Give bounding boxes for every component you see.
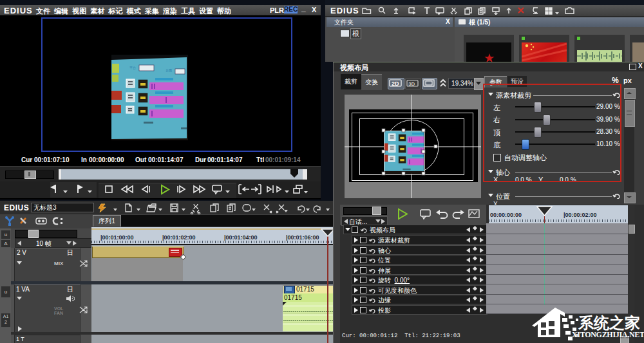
svg-text:2D: 2D (392, 80, 399, 87)
svg-text:台面: 台面 (166, 68, 172, 73)
svg-text:平台: 平台 (129, 66, 136, 70)
svg-text:3D: 3D (408, 81, 415, 87)
